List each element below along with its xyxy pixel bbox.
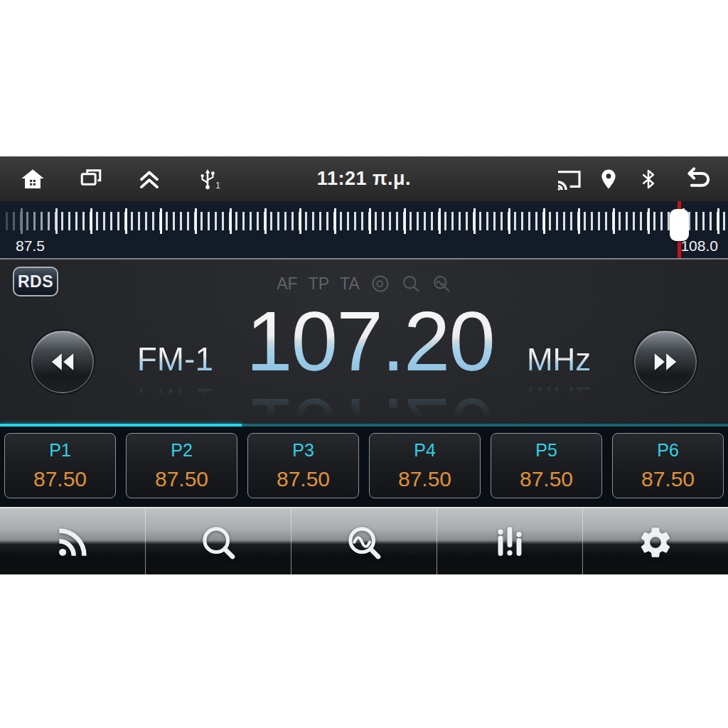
bottom-toolbar <box>0 507 728 574</box>
preset-list: P1 87.50 P2 87.50 P3 87.50 P4 87.50 P5 8… <box>0 427 728 507</box>
car-radio-screen: 1 11:21 π.μ. <box>0 156 728 574</box>
loop-circle-icon <box>370 274 390 294</box>
preset-label: P5 <box>535 440 557 461</box>
equalizer-icon <box>491 524 528 561</box>
ta-indicator: TA <box>340 274 360 294</box>
settings-gear-icon <box>637 524 674 561</box>
frequency-readout: FM-1 107.20 MHz <box>0 299 728 383</box>
tuning-handle[interactable] <box>670 209 689 241</box>
preset-frequency: 87.50 <box>277 467 330 491</box>
preset-button-3[interactable]: P3 87.50 <box>247 433 359 498</box>
scan-button[interactable] <box>291 508 437 574</box>
scale-max-label: 108.0 <box>680 237 718 255</box>
radio-broadcast-button[interactable] <box>0 508 146 574</box>
preset-button-4[interactable]: P4 87.50 <box>369 433 481 498</box>
preset-frequency: 87.50 <box>641 467 695 491</box>
preset-label: P3 <box>292 440 314 461</box>
af-indicator: AF <box>277 274 297 294</box>
preset-label: P6 <box>657 440 679 461</box>
settings-button[interactable] <box>583 508 728 574</box>
radio-display: RDS AF TP TA FM-1 1 <box>0 259 728 427</box>
preset-label: P2 <box>171 440 193 461</box>
preset-button-5[interactable]: P5 87.50 <box>491 433 602 498</box>
band-label: FM-1 <box>137 340 213 378</box>
status-bar: 1 11:21 π.μ. <box>0 156 728 201</box>
scan-icon <box>432 274 451 294</box>
preset-label: P4 <box>414 440 436 461</box>
location-pin-icon[interactable] <box>594 165 623 193</box>
scan-icon <box>344 523 384 562</box>
equalizer-button[interactable] <box>437 508 583 574</box>
scale-ticks-major <box>6 208 725 234</box>
preset-frequency: 87.50 <box>398 467 451 491</box>
preset-button-1[interactable]: P1 87.50 <box>4 433 116 498</box>
search-button[interactable] <box>146 508 291 574</box>
tp-indicator: TP <box>309 274 329 294</box>
radio-indicators: AF TP TA <box>0 274 728 294</box>
letterboxed-screenshot: 1 11:21 π.μ. <box>0 0 728 728</box>
seek-forward-button[interactable] <box>634 331 697 393</box>
scale-min-label: 87.5 <box>16 237 45 255</box>
frequency-scale[interactable]: 87.5 108.0 <box>0 201 728 259</box>
preset-button-2[interactable]: P2 87.50 <box>126 433 237 498</box>
bluetooth-icon[interactable] <box>634 165 663 193</box>
cast-icon[interactable] <box>555 165 583 193</box>
preset-frequency: 87.50 <box>33 467 87 491</box>
status-bar-right <box>555 156 712 201</box>
preset-frequency: 87.50 <box>520 467 573 491</box>
preset-button-6[interactable]: P6 87.50 <box>612 433 724 498</box>
preset-label: P1 <box>49 440 71 461</box>
frequency-value: 107.20 <box>246 299 494 383</box>
preset-frequency: 87.50 <box>155 467 208 491</box>
radio-broadcast-icon <box>54 524 91 561</box>
seek-icon <box>401 274 421 294</box>
frequency-unit: MHz <box>527 342 591 378</box>
search-icon <box>198 523 238 562</box>
back-icon[interactable] <box>684 165 712 193</box>
